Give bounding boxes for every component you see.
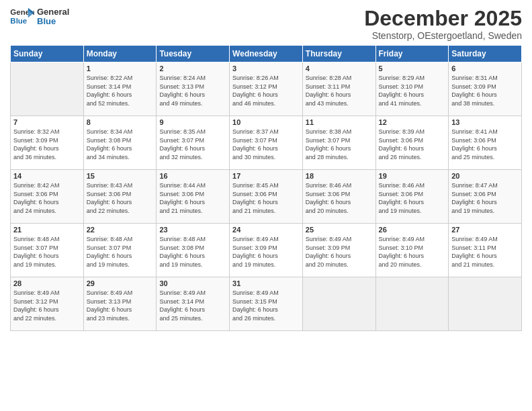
logo-blue: Blue: [37, 17, 69, 26]
day-number: 18: [306, 172, 373, 180]
col-monday: Monday: [83, 46, 157, 62]
col-wednesday: Wednesday: [230, 46, 303, 62]
day-info: Sunrise: 8:39 AM Sunset: 3:06 PM Dayligh…: [379, 128, 446, 161]
logo-general: General: [37, 7, 69, 17]
day-info: Sunrise: 8:48 AM Sunset: 3:07 PM Dayligh…: [13, 235, 81, 269]
calendar-container: General Blue General Blue December 2025 …: [0, 0, 532, 338]
day-cell: 12Sunrise: 8:39 AM Sunset: 3:06 PM Dayli…: [375, 116, 449, 170]
day-cell: 20Sunrise: 8:47 AM Sunset: 3:06 PM Dayli…: [449, 170, 522, 224]
day-cell: [302, 277, 375, 331]
day-info: Sunrise: 8:44 AM Sunset: 3:06 PM Dayligh…: [159, 181, 226, 215]
day-info: Sunrise: 8:49 AM Sunset: 3:11 PM Dayligh…: [451, 235, 519, 269]
day-info: Sunrise: 8:48 AM Sunset: 3:08 PM Dayligh…: [159, 235, 226, 269]
header-row: General Blue General Blue December 2025 …: [10, 7, 522, 41]
day-cell: 16Sunrise: 8:44 AM Sunset: 3:06 PM Dayli…: [157, 170, 230, 224]
day-number: 21: [13, 226, 81, 234]
day-number: 6: [451, 64, 519, 73]
day-info: Sunrise: 8:49 AM Sunset: 3:15 PM Dayligh…: [232, 289, 300, 322]
day-info: Sunrise: 8:49 AM Sunset: 3:10 PM Dayligh…: [379, 235, 446, 269]
col-sunday: Sunday: [11, 46, 84, 62]
day-cell: 21Sunrise: 8:48 AM Sunset: 3:07 PM Dayli…: [11, 224, 84, 277]
day-info: Sunrise: 8:22 AM Sunset: 3:14 PM Dayligh…: [87, 74, 154, 107]
day-info: Sunrise: 8:41 AM Sunset: 3:06 PM Dayligh…: [451, 128, 519, 161]
day-cell: [449, 277, 522, 331]
day-cell: 25Sunrise: 8:49 AM Sunset: 3:09 PM Dayli…: [302, 224, 375, 277]
day-info: Sunrise: 8:46 AM Sunset: 3:06 PM Dayligh…: [306, 181, 373, 215]
day-number: 4: [306, 64, 373, 73]
day-number: 19: [379, 172, 446, 180]
day-number: 8: [87, 118, 154, 126]
day-number: 13: [451, 118, 519, 126]
day-number: 7: [13, 118, 81, 126]
day-number: 15: [87, 172, 154, 180]
day-number: 27: [451, 226, 519, 234]
day-info: Sunrise: 8:37 AM Sunset: 3:07 PM Dayligh…: [232, 128, 300, 161]
day-cell: 28Sunrise: 8:49 AM Sunset: 3:12 PM Dayli…: [11, 277, 84, 331]
day-cell: 15Sunrise: 8:43 AM Sunset: 3:06 PM Dayli…: [83, 170, 157, 224]
week-row-1: 1Sunrise: 8:22 AM Sunset: 3:14 PM Daylig…: [11, 62, 522, 116]
location-subtitle: Stenstorp, OEstergoetland, Sweden: [364, 30, 522, 41]
day-info: Sunrise: 8:34 AM Sunset: 3:08 PM Dayligh…: [87, 128, 154, 161]
week-row-3: 14Sunrise: 8:42 AM Sunset: 3:06 PM Dayli…: [11, 170, 522, 224]
day-number: 17: [232, 172, 300, 180]
calendar-table: Sunday Monday Tuesday Wednesday Thursday…: [10, 45, 522, 331]
day-info: Sunrise: 8:24 AM Sunset: 3:13 PM Dayligh…: [159, 74, 226, 107]
week-row-2: 7Sunrise: 8:32 AM Sunset: 3:09 PM Daylig…: [11, 116, 522, 170]
col-tuesday: Tuesday: [157, 46, 230, 62]
title-block: December 2025 Stenstorp, OEstergoetland,…: [364, 7, 522, 41]
day-info: Sunrise: 8:49 AM Sunset: 3:09 PM Dayligh…: [232, 235, 300, 269]
day-info: Sunrise: 8:49 AM Sunset: 3:09 PM Dayligh…: [306, 235, 373, 269]
day-number: 5: [379, 64, 446, 73]
day-cell: 30Sunrise: 8:49 AM Sunset: 3:14 PM Dayli…: [157, 277, 230, 331]
day-cell: 24Sunrise: 8:49 AM Sunset: 3:09 PM Dayli…: [230, 224, 303, 277]
day-cell: 29Sunrise: 8:49 AM Sunset: 3:13 PM Dayli…: [83, 277, 157, 331]
day-info: Sunrise: 8:46 AM Sunset: 3:06 PM Dayligh…: [379, 181, 446, 215]
week-row-5: 28Sunrise: 8:49 AM Sunset: 3:12 PM Dayli…: [11, 277, 522, 331]
day-number: 25: [306, 226, 373, 234]
day-number: 3: [232, 64, 300, 73]
day-number: 2: [159, 64, 226, 73]
day-info: Sunrise: 8:49 AM Sunset: 3:14 PM Dayligh…: [159, 289, 226, 322]
day-info: Sunrise: 8:28 AM Sunset: 3:11 PM Dayligh…: [306, 74, 373, 107]
header-row-days: Sunday Monday Tuesday Wednesday Thursday…: [11, 46, 522, 62]
day-info: Sunrise: 8:35 AM Sunset: 3:07 PM Dayligh…: [159, 128, 226, 161]
day-info: Sunrise: 8:29 AM Sunset: 3:10 PM Dayligh…: [379, 74, 446, 107]
day-cell: 31Sunrise: 8:49 AM Sunset: 3:15 PM Dayli…: [230, 277, 303, 331]
day-cell: 11Sunrise: 8:38 AM Sunset: 3:07 PM Dayli…: [302, 116, 375, 170]
day-cell: [11, 62, 84, 116]
col-friday: Friday: [375, 46, 449, 62]
day-info: Sunrise: 8:26 AM Sunset: 3:12 PM Dayligh…: [232, 74, 300, 107]
day-number: 16: [159, 172, 226, 180]
day-number: 11: [306, 118, 373, 126]
day-cell: 6Sunrise: 8:31 AM Sunset: 3:09 PM Daylig…: [449, 62, 522, 116]
day-cell: 19Sunrise: 8:46 AM Sunset: 3:06 PM Dayli…: [375, 170, 449, 224]
day-cell: 17Sunrise: 8:45 AM Sunset: 3:06 PM Dayli…: [230, 170, 303, 224]
day-cell: 18Sunrise: 8:46 AM Sunset: 3:06 PM Dayli…: [302, 170, 375, 224]
day-info: Sunrise: 8:32 AM Sunset: 3:09 PM Dayligh…: [13, 128, 81, 161]
day-number: 31: [232, 279, 300, 287]
day-cell: 2Sunrise: 8:24 AM Sunset: 3:13 PM Daylig…: [157, 62, 230, 116]
day-info: Sunrise: 8:42 AM Sunset: 3:06 PM Dayligh…: [13, 181, 81, 215]
day-cell: 27Sunrise: 8:49 AM Sunset: 3:11 PM Dayli…: [449, 224, 522, 277]
day-info: Sunrise: 8:49 AM Sunset: 3:13 PM Dayligh…: [87, 289, 154, 322]
col-thursday: Thursday: [302, 46, 375, 62]
day-cell: 1Sunrise: 8:22 AM Sunset: 3:14 PM Daylig…: [83, 62, 157, 116]
day-number: 20: [451, 172, 519, 180]
day-cell: [375, 277, 449, 331]
day-cell: 5Sunrise: 8:29 AM Sunset: 3:10 PM Daylig…: [375, 62, 449, 116]
day-cell: 13Sunrise: 8:41 AM Sunset: 3:06 PM Dayli…: [449, 116, 522, 170]
day-cell: 26Sunrise: 8:49 AM Sunset: 3:10 PM Dayli…: [375, 224, 449, 277]
logo-icon: General Blue: [10, 7, 34, 27]
day-number: 9: [159, 118, 226, 126]
logo: General Blue General Blue: [10, 7, 69, 27]
svg-text:Blue: Blue: [10, 17, 27, 25]
day-cell: 10Sunrise: 8:37 AM Sunset: 3:07 PM Dayli…: [230, 116, 303, 170]
day-info: Sunrise: 8:47 AM Sunset: 3:06 PM Dayligh…: [451, 181, 519, 215]
day-number: 29: [87, 279, 154, 287]
day-cell: 9Sunrise: 8:35 AM Sunset: 3:07 PM Daylig…: [157, 116, 230, 170]
day-cell: 4Sunrise: 8:28 AM Sunset: 3:11 PM Daylig…: [302, 62, 375, 116]
day-number: 24: [232, 226, 300, 234]
day-number: 14: [13, 172, 81, 180]
day-number: 22: [87, 226, 154, 234]
day-cell: 7Sunrise: 8:32 AM Sunset: 3:09 PM Daylig…: [11, 116, 84, 170]
